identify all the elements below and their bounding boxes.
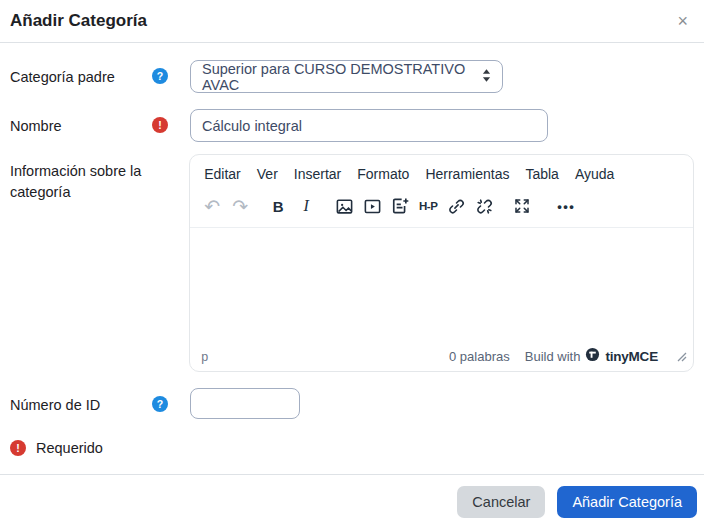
required-icon: ! — [152, 117, 168, 133]
insert-template-icon[interactable] — [386, 193, 414, 219]
name-row: Nombre ! — [10, 109, 694, 142]
id-number-label: Número de ID — [10, 388, 152, 416]
help-icon[interactable]: ? — [152, 68, 168, 84]
help-icon[interactable]: ? — [152, 396, 168, 412]
image-icon[interactable] — [330, 193, 358, 219]
h5p-icon[interactable]: H-P — [414, 193, 442, 219]
required-note-label: Requerido — [36, 440, 103, 456]
undo-icon[interactable]: ↶ — [198, 193, 226, 219]
editor-resize-handle[interactable] — [677, 352, 687, 362]
editor-content-area[interactable] — [190, 228, 693, 344]
word-count: 0 palabras — [449, 349, 510, 364]
editor-menubar: Editar Ver Insertar Formato Herramientas… — [190, 155, 693, 189]
menu-item-tabla[interactable]: Tabla — [517, 162, 566, 186]
menu-item-insertar[interactable]: Insertar — [286, 162, 349, 186]
parent-category-selected-value: Superior para CURSO DEMOSTRATIVO AVAC — [202, 61, 482, 93]
tinymce-editor: Editar Ver Insertar Formato Herramientas… — [189, 154, 694, 372]
menu-item-ayuda[interactable]: Ayuda — [567, 162, 622, 186]
submit-add-category-button[interactable]: Añadir Categoría — [557, 486, 697, 518]
required-note: ! Requerido — [10, 440, 694, 456]
tinymce-branding[interactable]: Build with tinyMCE — [525, 347, 658, 366]
unlink-icon[interactable] — [470, 193, 498, 219]
cancel-button[interactable]: Cancelar — [457, 486, 545, 518]
element-path[interactable]: p — [201, 350, 208, 364]
modal-header: Añadir Categoría × — [0, 0, 704, 43]
fullscreen-icon[interactable] — [508, 193, 536, 219]
parent-category-select[interactable]: Superior para CURSO DEMOSTRATIVO AVAC — [190, 60, 503, 93]
description-row: Información sobre la categoría Editar Ve… — [10, 154, 694, 372]
menu-item-formato[interactable]: Formato — [349, 162, 417, 186]
link-icon[interactable] — [442, 193, 470, 219]
close-icon[interactable]: × — [677, 12, 688, 30]
modal-title: Añadir Categoría — [10, 11, 147, 31]
tinymce-logo-icon — [585, 347, 600, 366]
id-number-input[interactable] — [190, 388, 300, 419]
description-label: Información sobre la categoría — [10, 154, 151, 203]
add-category-modal: Añadir Categoría × Categoría padre ? Sup… — [0, 0, 704, 529]
required-icon: ! — [10, 440, 26, 456]
menu-item-herramientas[interactable]: Herramientas — [417, 162, 517, 186]
bold-icon[interactable]: B — [264, 193, 292, 219]
name-input[interactable] — [190, 109, 548, 142]
redo-icon[interactable]: ↷ — [226, 193, 254, 219]
name-label: Nombre — [10, 109, 152, 137]
media-icon[interactable] — [358, 193, 386, 219]
parent-category-row: Categoría padre ? Superior para CURSO DE… — [10, 60, 694, 93]
modal-body: Categoría padre ? Superior para CURSO DE… — [0, 43, 704, 474]
italic-icon[interactable]: I — [292, 193, 320, 219]
menu-item-ver[interactable]: Ver — [249, 162, 286, 186]
parent-category-label: Categoría padre — [10, 60, 152, 88]
modal-footer: Cancelar Añadir Categoría — [0, 474, 704, 529]
more-options-icon[interactable]: ••• — [552, 193, 580, 219]
editor-statusbar: p 0 palabras Build with — [190, 344, 693, 371]
select-updown-icon — [482, 68, 491, 86]
id-number-row: Número de ID ? — [10, 388, 694, 419]
editor-toolbar: ↶ ↷ B I — [190, 189, 693, 228]
menu-item-editar[interactable]: Editar — [196, 162, 249, 186]
